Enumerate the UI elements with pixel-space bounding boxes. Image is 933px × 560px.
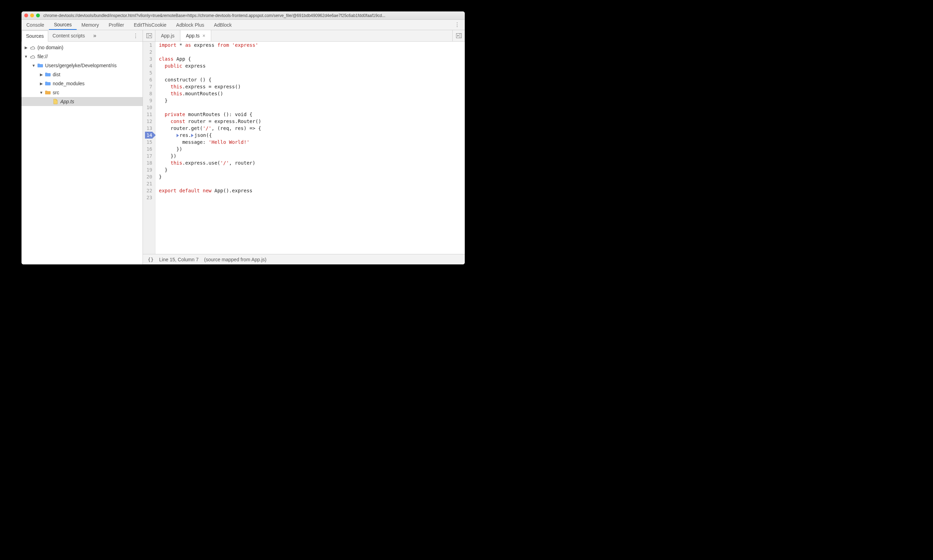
code-line[interactable]: private mountRoutes (): void {	[159, 111, 261, 118]
sidebar-tab-sources[interactable]: Sources	[22, 31, 48, 42]
tree-row[interactable]: ▼src	[22, 88, 143, 97]
line-number[interactable]: 8	[145, 90, 152, 97]
tree-row[interactable]: ▼Users/gergelyke/Development/ris	[22, 61, 143, 70]
code-content[interactable]: import * as express from 'express' class…	[156, 42, 261, 254]
sidebar-tab-content-scripts[interactable]: Content scripts	[48, 30, 89, 41]
line-number[interactable]: 12	[145, 118, 152, 125]
line-number[interactable]: 1	[145, 42, 152, 49]
panel-tab-editthiscookie[interactable]: EditThisCookie	[129, 20, 171, 30]
tree-label: (no domain)	[37, 45, 63, 50]
code-line[interactable]	[159, 49, 261, 55]
line-number[interactable]: 20	[145, 173, 152, 180]
code-line[interactable]: public express	[159, 62, 261, 69]
code-line[interactable]	[159, 194, 261, 201]
tree-row[interactable]: ▼file://	[22, 52, 143, 61]
code-token	[211, 118, 214, 124]
disclosure-open-icon[interactable]: ▼	[39, 90, 44, 95]
disclosure-closed-icon[interactable]: ▶	[39, 72, 44, 77]
code-line[interactable]: import * as express from 'express'	[159, 42, 261, 49]
panel-tab-profiler[interactable]: Profiler	[104, 20, 129, 30]
disclosure-open-icon[interactable]: ▼	[31, 63, 36, 68]
disclosure-closed-icon[interactable]: ▶	[39, 81, 44, 86]
code-line[interactable]: message: 'Hello World!'	[159, 138, 261, 146]
code-line[interactable]	[159, 180, 261, 187]
code-line[interactable]: }	[159, 173, 261, 180]
line-number[interactable]: 21	[145, 180, 152, 187]
code-line[interactable]: })	[159, 146, 261, 152]
sidebar-tab-overflow[interactable]: »	[89, 30, 100, 41]
line-number[interactable]: 5	[145, 69, 152, 76]
panel-tab-memory[interactable]: Memory	[77, 20, 104, 30]
zoom-window-button[interactable]	[36, 14, 40, 17]
code-token: public	[165, 63, 182, 69]
traffic-lights	[24, 14, 40, 17]
code-token: }	[159, 174, 162, 180]
line-number[interactable]: 4	[145, 62, 152, 69]
code-line[interactable]	[159, 104, 261, 111]
panel-tab-adblock[interactable]: AdBlock	[209, 20, 236, 30]
code-token	[159, 77, 165, 83]
minimize-window-button[interactable]	[30, 14, 34, 17]
show-navigator-button[interactable]	[143, 30, 156, 41]
line-number[interactable]: 10	[145, 104, 152, 111]
line-number[interactable]: 7	[145, 83, 152, 90]
panel-tab-console[interactable]: Console	[22, 20, 49, 30]
code-line[interactable]: this.express.use('/', router)	[159, 159, 261, 166]
line-number[interactable]: 11	[145, 111, 152, 118]
line-number[interactable]: 16	[145, 146, 152, 152]
tree-label: App.ts	[60, 99, 74, 104]
code-line[interactable]: res.json({	[159, 132, 261, 138]
code-editor[interactable]: 1234567891011121314151617181920212223 im…	[143, 42, 465, 254]
code-token: 'express'	[232, 42, 258, 48]
tree-row[interactable]: ▶(no domain)	[22, 43, 143, 52]
code-line[interactable]: constructor () {	[159, 76, 261, 83]
code-line[interactable]: this.express = express()	[159, 83, 261, 90]
close-tab-icon[interactable]: ×	[202, 33, 205, 38]
code-token	[197, 77, 200, 83]
tree-row[interactable]: App.ts	[22, 97, 143, 106]
code-line[interactable]: this.mountRoutes()	[159, 90, 261, 97]
window-url: chrome-devtools://devtools/bundled/inspe…	[43, 13, 386, 18]
code-line[interactable]: })	[159, 152, 261, 159]
main-split: SourcesContent scripts»⋮ ▶(no domain)▼fi…	[22, 30, 465, 265]
line-number[interactable]: 19	[145, 166, 152, 173]
code-line[interactable]: router.get('/', (req, res) => {	[159, 125, 261, 132]
code-line[interactable]: const router = express.Router()	[159, 118, 261, 125]
line-number[interactable]: 18	[145, 159, 152, 166]
disclosure-open-icon[interactable]: ▼	[23, 54, 28, 59]
line-number[interactable]: 22	[145, 187, 152, 194]
code-token	[182, 42, 185, 48]
line-number[interactable]: 23	[145, 194, 152, 201]
close-window-button[interactable]	[24, 14, 28, 17]
panel-tab-sources[interactable]: Sources	[49, 20, 76, 30]
disclosure-closed-icon[interactable]: ▶	[23, 45, 28, 50]
line-number[interactable]: 13	[145, 125, 152, 132]
line-gutter[interactable]: 1234567891011121314151617181920212223	[143, 42, 156, 254]
sidebar-tab-menu[interactable]: ⋮	[129, 32, 143, 39]
tree-row[interactable]: ▶dist	[22, 70, 143, 79]
editor-tab[interactable]: App.ts×	[180, 30, 211, 41]
pretty-print-button[interactable]: {}	[148, 257, 154, 262]
code-line[interactable]: }	[159, 97, 261, 104]
editor-tab[interactable]: App.js	[156, 30, 180, 41]
panel-tab-adblock-plus[interactable]: Adblock Plus	[171, 20, 209, 30]
line-number[interactable]: 2	[145, 49, 152, 55]
panel-overflow-menu[interactable]: ⋮	[449, 22, 465, 28]
code-line[interactable]: class App {	[159, 55, 261, 62]
line-number[interactable]: 15	[145, 138, 152, 146]
code-token: express.use(	[185, 160, 220, 166]
code-token: message:	[182, 139, 205, 145]
line-number[interactable]: 9	[145, 97, 152, 104]
tree-row[interactable]: ▶node_modules	[22, 79, 143, 88]
show-debugger-button[interactable]	[452, 30, 465, 41]
breakpoint-line-number[interactable]: 14	[145, 132, 152, 138]
code-token: =	[208, 84, 211, 89]
line-number[interactable]: 3	[145, 55, 152, 62]
code-line[interactable]: }	[159, 166, 261, 173]
line-number[interactable]: 6	[145, 76, 152, 83]
line-number[interactable]: 17	[145, 152, 152, 159]
file-tree[interactable]: ▶(no domain)▼file://▼Users/gergelyke/Dev…	[22, 42, 143, 265]
code-token	[229, 42, 232, 48]
code-line[interactable]: export default new App().express	[159, 187, 261, 194]
code-line[interactable]	[159, 69, 261, 76]
